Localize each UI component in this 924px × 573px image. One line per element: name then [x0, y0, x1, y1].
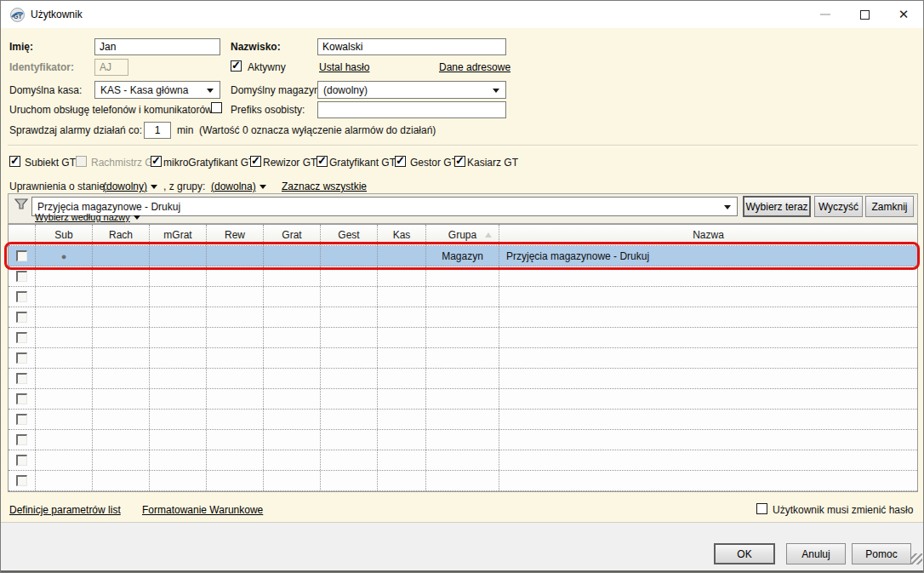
formatowanie-warunkowe-link[interactable]: Formatowanie Warunkowe: [142, 504, 263, 516]
close-button[interactable]: ✕: [884, 1, 923, 28]
zamknij-button[interactable]: Zamknij: [865, 196, 914, 217]
state-filter-dropdown[interactable]: (dowolny): [103, 180, 157, 192]
grupa-cell: Magazyn: [426, 246, 499, 266]
header-sub[interactable]: Sub: [36, 225, 93, 245]
uprawnienia-label: Uprawnienia o stanie:: [9, 180, 107, 192]
table-header: Sub Rach mGrat Rew Grat Gest Kas Grupa N…: [9, 225, 917, 246]
domyslna-kasa-value: KAS - Kasa główna: [100, 84, 188, 96]
domyslny-magazyn-select[interactable]: (dowolny): [317, 81, 506, 99]
table-row[interactable]: [9, 430, 917, 450]
table-row[interactable]: [9, 266, 917, 287]
wyczysc-button[interactable]: Wyczyść: [814, 196, 863, 217]
table-row[interactable]: [9, 450, 917, 471]
anuluj-button[interactable]: Anuluj: [786, 543, 846, 564]
rachmistrz-gt-checkbox: [76, 156, 87, 167]
must-change-password-checkbox[interactable]: [756, 503, 767, 514]
close-icon: ✕: [898, 7, 910, 22]
row-checkbox[interactable]: [16, 312, 27, 323]
rewizor-gt-checkbox[interactable]: [250, 156, 261, 167]
prefiks-input[interactable]: [317, 101, 506, 118]
row-checkbox-cell: [9, 430, 36, 450]
group-filter-dropdown[interactable]: (dowolna): [211, 180, 266, 192]
chevron-down-icon: [134, 215, 140, 220]
row-checkbox-cell: [9, 369, 36, 388]
ustal-haslo-link[interactable]: Ustal hasło: [319, 61, 369, 73]
table-row-selected[interactable]: ● Magazyn Przyjęcia magazynowe - Drukuj: [9, 246, 917, 266]
mikrogratyfikant-gt-checkbox[interactable]: [151, 156, 162, 167]
imie-input[interactable]: [94, 38, 220, 55]
alarmy-input[interactable]: [144, 122, 171, 139]
ok-button[interactable]: OK: [714, 543, 775, 564]
header-grupa-label: Grupa: [448, 229, 476, 241]
resize-grip[interactable]: [911, 553, 922, 564]
row-checkbox[interactable]: [16, 352, 27, 364]
aktywny-checkbox[interactable]: [231, 60, 242, 72]
aktywny-label: Aktywny: [248, 61, 286, 73]
table-row[interactable]: [9, 328, 917, 348]
telefony-label: Uruchom obsługę telefonów i komunikatoró…: [9, 104, 213, 116]
row-checkbox[interactable]: [16, 455, 27, 466]
chevron-down-icon: [724, 205, 731, 209]
subiekt-gt-label: Subiekt GT: [25, 157, 76, 169]
table-row[interactable]: [9, 389, 917, 410]
domyslny-magazyn-value: (dowolny): [323, 84, 368, 96]
table-row[interactable]: [9, 287, 917, 307]
table-row[interactable]: [9, 410, 917, 430]
table-row[interactable]: [9, 348, 917, 369]
row-checkbox[interactable]: [16, 332, 27, 343]
subiekt-gt-checkbox[interactable]: [9, 156, 20, 167]
definicje-parametrow-link[interactable]: Definicje parametrów list: [9, 504, 121, 516]
app-gt-icon: GT: [10, 8, 25, 22]
zaznacz-wszystkie-link[interactable]: Zaznacz wszystkie: [282, 180, 367, 192]
minimize-button[interactable]: [806, 1, 845, 28]
row-checkbox[interactable]: [16, 393, 27, 404]
header-gest[interactable]: Gest: [321, 225, 378, 245]
row-checkbox-cell: [9, 287, 36, 307]
row-checkbox[interactable]: [16, 475, 27, 486]
row-checkbox[interactable]: [16, 434, 27, 445]
rach-cell: [93, 246, 150, 266]
table-row[interactable]: [9, 471, 917, 491]
header-rew[interactable]: Rew: [207, 225, 264, 245]
gratyfikant-gt-checkbox[interactable]: [317, 156, 328, 167]
dane-adresowe-link[interactable]: Dane adresowe: [439, 61, 510, 73]
window-title: Użytkownik: [31, 9, 83, 20]
wybierz-wedlug-nazwy-link[interactable]: Wybierz według nazwy: [35, 212, 140, 222]
pomoc-button[interactable]: Pomoc: [852, 543, 911, 564]
header-mgrat[interactable]: mGrat: [150, 225, 207, 245]
row-checkbox[interactable]: [16, 271, 27, 282]
row-checkbox[interactable]: [16, 373, 27, 384]
row-checkbox[interactable]: [16, 250, 27, 261]
gestor-gt-checkbox[interactable]: [395, 156, 406, 167]
row-checkbox-cell: [9, 348, 36, 368]
row-checkbox[interactable]: [16, 291, 27, 302]
header-nazwa[interactable]: Nazwa: [499, 225, 917, 245]
domyslna-kasa-select[interactable]: KAS - Kasa główna: [94, 81, 220, 99]
grat-cell: [264, 246, 321, 266]
header-kas[interactable]: Kas: [378, 225, 426, 245]
sub-cell: ●: [36, 246, 93, 266]
filter-funnel-icon: [14, 198, 29, 210]
svg-text:GT: GT: [14, 14, 22, 20]
header-grupa[interactable]: Grupa: [426, 225, 499, 245]
nazwisko-label: Nazwisko:: [231, 41, 281, 53]
telefony-checkbox[interactable]: [211, 102, 222, 113]
row-checkbox[interactable]: [16, 414, 27, 425]
row-checkbox-cell: [9, 471, 36, 490]
nazwisko-input[interactable]: [317, 38, 506, 55]
separator: [8, 145, 918, 146]
wybierz-teraz-button[interactable]: Wybierz teraz: [743, 196, 811, 217]
kasiarz-gt-checkbox[interactable]: [454, 156, 465, 167]
minimize-icon: [820, 14, 830, 15]
table-row[interactable]: [9, 369, 917, 389]
titlebar: GT Użytkownik ✕: [1, 1, 923, 28]
maximize-button[interactable]: [845, 1, 884, 28]
prefiks-label: Prefiks osobisty:: [231, 104, 305, 116]
domyslny-magazyn-label: Domyślny magazyn:: [231, 84, 322, 96]
nazwa-cell: Przyjęcia magazynowe - Drukuj: [499, 246, 917, 266]
rewizor-gt-label: Rewizor GT: [263, 157, 317, 169]
header-grat[interactable]: Grat: [264, 225, 321, 245]
row-checkbox-cell: [9, 246, 36, 266]
table-row[interactable]: [9, 307, 917, 328]
header-rach[interactable]: Rach: [93, 225, 150, 245]
